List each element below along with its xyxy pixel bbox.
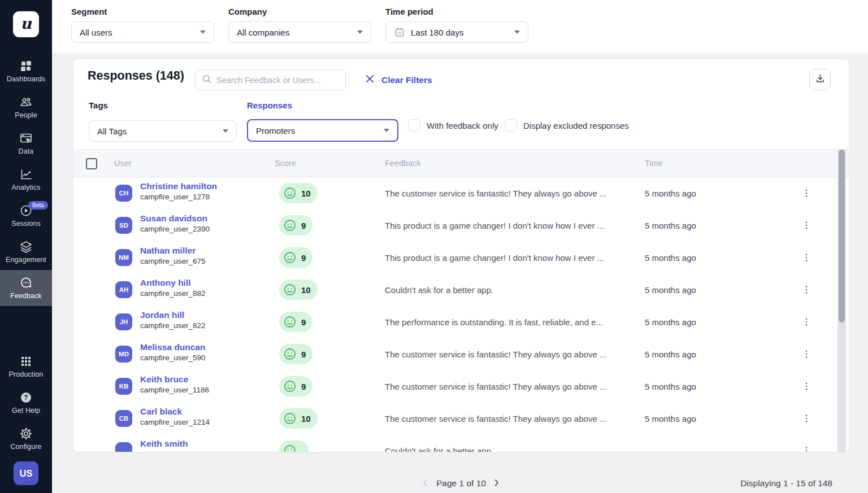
sidebar-item-label: Sessions [11, 220, 41, 228]
user-name-link[interactable]: Keith smith [140, 439, 188, 449]
user-name-link[interactable]: Christine hamilton [140, 181, 217, 191]
app-logo[interactable]: u [13, 11, 39, 37]
score-value: 9 [301, 382, 306, 391]
avatar: AH [115, 281, 132, 298]
responses-select[interactable]: Promoters [247, 119, 398, 142]
clear-filters-label: Clear Filters [381, 75, 432, 85]
company-label: Company [228, 7, 371, 16]
with-feedback-checkbox[interactable] [408, 119, 420, 132]
user-name-link[interactable]: Susan davidson [140, 213, 207, 224]
score-badge: 9 [279, 376, 313, 396]
clear-filters-button[interactable]: Clear Filters [365, 74, 432, 86]
download-button[interactable] [809, 69, 831, 90]
people-icon [19, 95, 33, 109]
score-value: 9 [301, 350, 306, 359]
sidebar-item-people[interactable]: People [0, 89, 52, 125]
with-feedback-label: With feedback only [427, 121, 498, 130]
avatar: CB [115, 410, 132, 427]
user-name-link[interactable]: Nathan miller [140, 246, 196, 256]
sidebar-item-dashboards[interactable]: Dashboards [0, 53, 52, 89]
close-icon [365, 74, 375, 86]
sidebar-item-feedback[interactable]: Feedback [0, 270, 52, 306]
svg-text:?: ? [24, 394, 28, 402]
sidebar-item-data[interactable]: Data [0, 125, 52, 162]
sidebar-item-label: Engagement [6, 256, 46, 264]
sidebar-item-engagement[interactable]: Engagement [0, 234, 52, 270]
chevron-right-icon [492, 477, 501, 488]
score-badge: 9 [279, 312, 313, 332]
user-id: campfire_user_675 [140, 257, 206, 265]
smiley-icon [283, 379, 297, 393]
score-value: 10 [301, 414, 311, 424]
user-id: campfire_user_2390 [140, 225, 210, 233]
responses-filter-label: Responses [247, 101, 292, 110]
next-page-button[interactable] [492, 477, 501, 491]
score-badge: 10 [279, 280, 318, 300]
sidebar-item-configure[interactable]: Configure [0, 421, 52, 457]
row-menu-button[interactable] [798, 185, 814, 201]
row-menu-button[interactable] [798, 443, 814, 452]
user-name-link[interactable]: Keith bruce [140, 374, 188, 385]
avatar: NM [115, 249, 132, 266]
search-input[interactable] [216, 76, 340, 85]
sidebar-item-get-help[interactable]: ? Get Help [0, 385, 52, 421]
kebab-icon [801, 188, 811, 198]
smiley-icon [283, 219, 297, 232]
user-name-link[interactable]: Anthony hill [140, 278, 191, 288]
user-id: campfire_user_1214 [140, 418, 210, 426]
time-text: 5 months ago [645, 370, 696, 403]
row-menu-button[interactable] [798, 282, 814, 298]
previous-page-button[interactable] [420, 477, 430, 491]
column-header-user: User [114, 159, 132, 168]
time-text: 5 months ago [645, 177, 696, 210]
column-header-time: Time [645, 159, 663, 168]
smiley-icon [283, 186, 297, 200]
analytics-icon [19, 168, 33, 181]
tags-select[interactable]: All Tags [89, 120, 237, 142]
user-id: campfire_user_1186 [140, 386, 209, 394]
row-menu-button[interactable] [798, 250, 814, 265]
user-name-link[interactable]: Carl black [140, 407, 182, 417]
sidebar-item-analytics[interactable]: Analytics [0, 162, 52, 198]
row-menu-button[interactable] [798, 411, 814, 426]
display-excluded-checkbox[interactable] [505, 119, 517, 132]
user-name-link[interactable]: Jordan hill [140, 310, 184, 320]
chevron-down-icon [384, 129, 389, 132]
row-menu-button[interactable] [798, 314, 814, 330]
table-row: CB Carl black campfire_user_1214 10 The … [73, 403, 849, 435]
row-menu-button[interactable] [798, 217, 814, 233]
responses-panel: Responses (148) Clear Filters Tags All T… [73, 59, 849, 452]
segment-label: Segment [71, 7, 214, 16]
feedback-text: The customer service is fantastic! They … [385, 338, 633, 370]
user-name-link[interactable]: Melissa duncan [140, 342, 205, 352]
segment-select[interactable]: All users [71, 21, 214, 43]
scrollbar-thumb[interactable] [839, 150, 845, 322]
select-all-checkbox[interactable] [86, 158, 97, 169]
avatar: MD [115, 346, 132, 363]
chevron-down-icon [200, 30, 206, 34]
sidebar-item-production[interactable]: Production [0, 348, 52, 385]
sidebar-item-sessions[interactable]: Beta Sessions [0, 198, 52, 234]
time-text: 5 months ago [645, 338, 696, 370]
company-select[interactable]: All companies [228, 21, 371, 43]
data-icon [19, 132, 33, 145]
company-filter: Company All companies [228, 7, 371, 43]
display-excluded-label: Display excluded responses [523, 121, 629, 130]
time-text: 5 months ago [645, 306, 696, 338]
time-text: 5 months ago [645, 403, 696, 435]
feedback-text: This product is a game changer! I don't … [385, 210, 633, 242]
table-row: Keith smith Couldn't ask for a better ap… [73, 435, 849, 452]
table-row: NM Nathan miller campfire_user_675 9 Thi… [73, 242, 849, 274]
avatar: JH [115, 313, 132, 330]
row-menu-button[interactable] [798, 378, 814, 394]
table-row: MD Melissa duncan campfire_user_590 9 Th… [73, 338, 849, 370]
beta-badge: Beta [28, 201, 48, 210]
score-badge [279, 440, 309, 452]
sidebar-item-label: Configure [10, 443, 41, 451]
pagination: Page 1 of 10 Displaying 1 - 15 of 148 [0, 475, 868, 493]
kebab-icon [801, 446, 811, 452]
smiley-icon [283, 315, 297, 329]
row-menu-button[interactable] [798, 346, 814, 362]
search-icon [201, 73, 212, 86]
time-period-select[interactable]: Last 180 days [385, 21, 528, 43]
